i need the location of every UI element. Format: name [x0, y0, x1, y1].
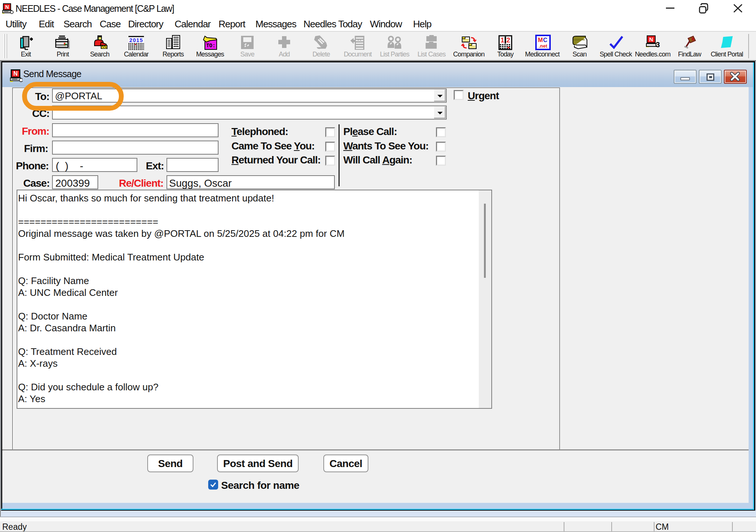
svg-text:.net: .net [539, 43, 547, 49]
svg-text:M: M [538, 37, 543, 43]
svg-text:N: N [649, 36, 653, 42]
svg-text:1: 1 [501, 37, 504, 44]
svg-text:2015: 2015 [129, 37, 143, 43]
svg-text:3: 3 [656, 41, 660, 49]
svg-text:TO:: TO: [206, 43, 215, 49]
svg-text:N: N [13, 70, 18, 77]
svg-text:N: N [5, 4, 9, 10]
svg-text:C: C [543, 37, 547, 43]
svg-text:2: 2 [506, 37, 510, 44]
